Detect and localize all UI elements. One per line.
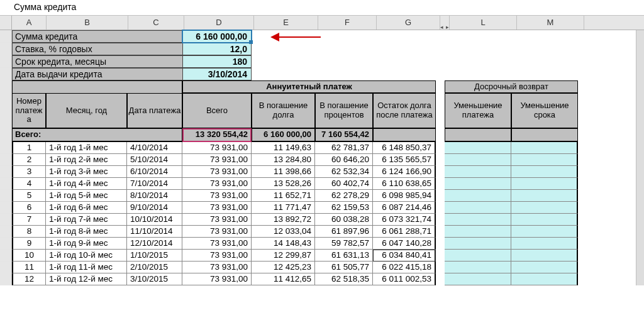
cell-num[interactable]: 2 bbox=[12, 154, 46, 166]
cell-month[interactable]: 1-й год 3-й мес bbox=[46, 166, 127, 178]
formula-bar[interactable]: Сумма кредита bbox=[0, 0, 644, 16]
cell-principal[interactable]: 12 299,87 bbox=[252, 250, 315, 262]
cell-reduce-pay[interactable] bbox=[445, 178, 511, 190]
cell-reduce-term[interactable] bbox=[511, 154, 578, 166]
cell-month[interactable]: 1-й год 7-й мес bbox=[46, 214, 127, 226]
cell-interest[interactable]: 60 402,74 bbox=[315, 178, 373, 190]
cell-interest[interactable]: 59 782,57 bbox=[315, 238, 373, 250]
cell-principal[interactable]: 13 528,26 bbox=[252, 178, 315, 190]
cell-total[interactable]: 73 931,00 bbox=[182, 226, 252, 238]
cell-month[interactable]: 1-й год 8-й мес bbox=[46, 226, 127, 238]
cell-date[interactable]: 8/10/2014 bbox=[127, 190, 182, 202]
cell-balance[interactable]: 6 047 140,28 bbox=[373, 238, 436, 250]
cell-total[interactable]: 73 931,00 bbox=[182, 250, 252, 262]
cell-reduce-term[interactable] bbox=[511, 250, 578, 262]
cell-total[interactable]: 73 931,00 bbox=[182, 273, 252, 285]
cell-total[interactable]: 73 931,00 bbox=[182, 262, 252, 273]
param-value[interactable]: 180 bbox=[182, 55, 252, 68]
col-A[interactable]: A bbox=[12, 16, 47, 30]
cell-date[interactable]: 3/10/2015 bbox=[127, 273, 182, 285]
cell-month[interactable]: 1-й год 11-й мес bbox=[46, 262, 127, 273]
cell-interest[interactable]: 61 505,77 bbox=[315, 262, 373, 273]
cell-principal[interactable]: 14 148,43 bbox=[252, 238, 315, 250]
cell-date[interactable]: 5/10/2014 bbox=[127, 154, 182, 166]
select-all-corner[interactable] bbox=[0, 16, 12, 30]
col-E[interactable]: E bbox=[254, 16, 318, 30]
param-value[interactable]: 3/10/2014 bbox=[182, 68, 252, 80]
cell-num[interactable]: 12 bbox=[12, 273, 46, 285]
cell-reduce-pay[interactable] bbox=[445, 154, 511, 166]
cell-interest[interactable]: 62 781,37 bbox=[315, 142, 373, 154]
cell-reduce-term[interactable] bbox=[511, 226, 578, 238]
cell-month[interactable]: 1-й год 10-й мес bbox=[46, 250, 127, 262]
cell-total[interactable]: 73 931,00 bbox=[182, 154, 252, 166]
cell-total[interactable]: 73 931,00 bbox=[182, 166, 252, 178]
col-F[interactable]: F bbox=[318, 16, 377, 30]
cell-month[interactable]: 1-й год 5-й мес bbox=[46, 190, 127, 202]
hidden-cols-indicator[interactable]: ◂ ▸ bbox=[440, 16, 450, 30]
cell-date[interactable]: 9/10/2014 bbox=[127, 202, 182, 214]
cell-balance[interactable]: 6 022 415,18 bbox=[373, 262, 436, 273]
cell-num[interactable]: 11 bbox=[12, 262, 46, 273]
param-value[interactable]: 6 160 000,00 bbox=[182, 30, 252, 43]
cell-date[interactable]: 6/10/2014 bbox=[127, 166, 182, 178]
param-value[interactable]: 12,0 bbox=[182, 43, 252, 55]
cell-date[interactable]: 7/10/2014 bbox=[127, 178, 182, 190]
cell-interest[interactable]: 60 646,20 bbox=[315, 154, 373, 166]
cell-reduce-term[interactable] bbox=[511, 262, 578, 273]
grid[interactable]: Сумма кредита6 160 000,00Ставка, % годов… bbox=[0, 30, 644, 285]
cell-principal[interactable]: 11 398,66 bbox=[252, 166, 315, 178]
cell-interest[interactable]: 62 159,53 bbox=[315, 202, 373, 214]
cell-reduce-term[interactable] bbox=[511, 142, 578, 154]
cell-date[interactable]: 4/10/2014 bbox=[127, 142, 182, 154]
cell-principal[interactable]: 11 652,71 bbox=[252, 190, 315, 202]
cell-reduce-pay[interactable] bbox=[445, 202, 511, 214]
cell-interest[interactable]: 62 518,35 bbox=[315, 273, 373, 285]
cell-balance[interactable]: 6 061 288,71 bbox=[373, 226, 436, 238]
cell-reduce-term[interactable] bbox=[511, 273, 578, 285]
cell-num[interactable]: 7 bbox=[12, 214, 46, 226]
col-M[interactable]: M bbox=[517, 16, 584, 30]
cell-num[interactable]: 4 bbox=[12, 178, 46, 190]
col-G[interactable]: G bbox=[377, 16, 440, 30]
cell-balance[interactable]: 6 110 638,65 bbox=[373, 178, 436, 190]
cell-reduce-pay[interactable] bbox=[445, 226, 511, 238]
col-B[interactable]: B bbox=[47, 16, 128, 30]
cell-balance[interactable]: 6 034 840,41 bbox=[373, 250, 436, 262]
cell-total[interactable]: 73 931,00 bbox=[182, 190, 252, 202]
cell-balance[interactable]: 6 011 002,53 bbox=[373, 273, 436, 285]
cell-principal[interactable]: 13 284,80 bbox=[252, 154, 315, 166]
cell-balance[interactable]: 6 148 850,37 bbox=[373, 142, 436, 154]
cell-interest[interactable]: 62 278,29 bbox=[315, 190, 373, 202]
cell-principal[interactable]: 12 425,23 bbox=[252, 262, 315, 273]
cell-date[interactable]: 1/10/2015 bbox=[127, 250, 182, 262]
cell-month[interactable]: 1-й год 1-й мес bbox=[46, 142, 127, 154]
cell-interest[interactable]: 61 897,96 bbox=[315, 226, 373, 238]
cell-balance[interactable]: 6 098 985,94 bbox=[373, 190, 436, 202]
col-C[interactable]: C bbox=[128, 16, 184, 30]
cell-reduce-term[interactable] bbox=[511, 214, 578, 226]
cell-date[interactable]: 2/10/2015 bbox=[127, 262, 182, 273]
col-D[interactable]: D bbox=[184, 16, 254, 30]
cell-reduce-pay[interactable] bbox=[445, 273, 511, 285]
cell-principal[interactable]: 11 412,65 bbox=[252, 273, 315, 285]
cell-date[interactable]: 10/10/2014 bbox=[127, 214, 182, 226]
cell-num[interactable]: 5 bbox=[12, 190, 46, 202]
cell-num[interactable]: 8 bbox=[12, 226, 46, 238]
cell-reduce-pay[interactable] bbox=[445, 238, 511, 250]
cell-reduce-pay[interactable] bbox=[445, 166, 511, 178]
col-L[interactable]: L bbox=[450, 16, 517, 30]
cell-total[interactable]: 73 931,00 bbox=[182, 238, 252, 250]
cell-balance[interactable]: 6 124 166,90 bbox=[373, 166, 436, 178]
cell-principal[interactable]: 11 771,47 bbox=[252, 202, 315, 214]
cell-num[interactable]: 1 bbox=[12, 142, 46, 154]
cell-reduce-pay[interactable] bbox=[445, 142, 511, 154]
cell-reduce-pay[interactable] bbox=[445, 214, 511, 226]
cell-reduce-pay[interactable] bbox=[445, 262, 511, 273]
cell-interest[interactable]: 60 038,28 bbox=[315, 214, 373, 226]
cell-num[interactable]: 9 bbox=[12, 238, 46, 250]
cell-balance[interactable]: 6 087 214,46 bbox=[373, 202, 436, 214]
cell-principal[interactable]: 13 892,72 bbox=[252, 214, 315, 226]
cell-balance[interactable]: 6 135 565,57 bbox=[373, 154, 436, 166]
cell-month[interactable]: 1-й год 6-й мес bbox=[46, 202, 127, 214]
